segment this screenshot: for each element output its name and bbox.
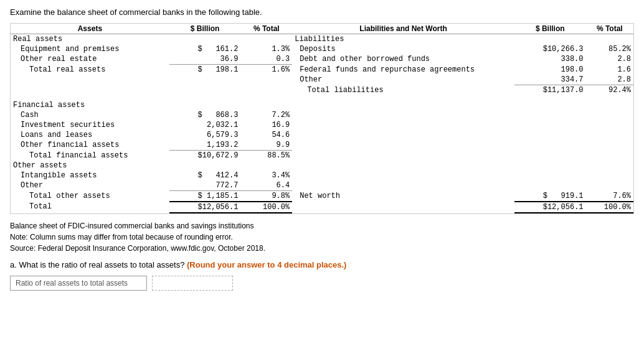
intangible-billion: $ 412.4 [169,171,241,180]
table-row: Equipment and premises $ 161.2 1.3% Depo… [11,44,633,54]
other-liab-label: Other [292,75,514,85]
total-real-assets-billion: $ 198.1 [169,65,241,75]
notes-section: Balance sheet of FDIC-insured commercial… [10,220,634,254]
equipment-total: 1.3% [240,44,292,54]
liabilities-label: Liabilities [292,34,514,45]
cash-billion: $ 868.3 [169,110,241,120]
ltotal-header: % Total [586,24,633,34]
equipment-billion: $ 161.2 [169,44,241,54]
total-other-assets-label: Total other assets [11,191,169,202]
table-row: Total liabilities $11,137.0 92.4% [11,85,633,96]
table-row: Loans and leases 6,579.3 54.6 [11,130,633,140]
federal-funds-total: 1.6 [586,65,633,75]
deposits-label: Deposits [292,44,514,54]
investment-total: 16.9 [240,120,292,130]
spacer [11,95,633,100]
balance-sheet-table: Assets $ Billion % Total Liabilities and… [10,23,634,214]
debt-billion: 338.0 [514,54,586,65]
total-label: Total [11,202,169,213]
cash-label: Cash [11,110,169,120]
loans-billion: 6,579.3 [169,130,241,140]
table-row: Other financial assets 1,193.2 9.9 [11,140,633,151]
total-fin-billion: $10,672.9 [169,151,241,161]
total-real-assets-label: Total real assets [11,65,169,75]
net-worth-label: Net worth [292,191,514,202]
intro-text: Examine the balance sheet of commercial … [10,7,634,17]
other-assets-other-total: 6.4 [240,180,292,191]
other-real-estate-label: Other real estate [11,54,169,65]
total-total: 100.0% [240,202,292,213]
other-assets-label: Other assets [11,161,169,171]
question-prefix: a. What is the ratio of real assets to t… [10,260,184,269]
lbillion-header: $ Billion [514,24,586,34]
table-row: Other 334.7 2.8 [11,75,633,85]
other-fin-billion: 1,193.2 [169,140,241,151]
billion-header: $ Billion [169,24,241,34]
intangible-total: 3.4% [240,171,292,180]
net-worth-total: 7.6% [586,191,633,202]
total-header: % Total [240,24,292,34]
financial-assets-header-row: Financial assets [11,100,633,110]
federal-funds-label: Federal funds and repurchase agreements [292,65,514,75]
total-liab-final-total: 100.0% [586,202,633,213]
answer-area: Ratio of real assets to total assets [10,276,634,291]
cash-total: 7.2% [240,110,292,120]
deposits-total: 85.2% [586,44,633,54]
other-real-estate-total: 0.3 [240,54,292,65]
other-fin-label: Other financial assets [11,140,169,151]
equipment-label: Equipment and premises [11,44,169,54]
intangible-label: Intangible assets [11,171,169,180]
table-row: Total financial assets $10,672.9 88.5% [11,151,633,161]
total-other-assets-billion: $ 1,185.1 [169,191,241,202]
total-real-assets-total: 1.6% [240,65,292,75]
other-liab-total: 2.8 [586,75,633,85]
loans-label: Loans and leases [11,130,169,140]
table-row: Investment securities 2,032.1 16.9 [11,120,633,130]
total-liab-label: Total liabilities [292,85,514,96]
note-3: Source: Federal Deposit Insurance Corpor… [10,243,634,254]
other-fin-total: 9.9 [240,140,292,151]
answer-input[interactable] [152,276,233,291]
deposits-billion: $10,266.3 [514,44,586,54]
question-highlighted: (Round your answer to 4 decimal places.) [187,260,346,269]
total-liab-billion: $11,137.0 [514,85,586,96]
debt-total: 2.8 [586,54,633,65]
loans-total: 54.6 [240,130,292,140]
question-section: a. What is the ratio of real assets to t… [10,260,634,269]
net-worth-billion: $ 919.1 [514,191,586,202]
total-fin-total: 88.5% [240,151,292,161]
investment-label: Investment securities [11,120,169,130]
other-assets-header-row: Other assets [11,161,633,171]
other-real-estate-billion: 36.9 [169,54,241,65]
other-assets-other-billion: 772.7 [169,180,241,191]
assets-header: Assets [11,24,169,34]
debt-label: Debt and other borrowed funds [292,54,514,65]
financial-assets-label: Financial assets [11,100,169,110]
table-row: Cash $ 868.3 7.2% [11,110,633,120]
note-1: Balance sheet of FDIC-insured commercial… [10,220,634,231]
total-billion: $12,056.1 [169,202,241,213]
total-liab-total: 92.4% [586,85,633,96]
table-row: Other real estate 36.9 0.3 Debt and othe… [11,54,633,65]
table-row: Other 772.7 6.4 [11,180,633,191]
table-row: Total other assets $ 1,185.1 9.8% Net wo… [11,191,633,202]
table-row: Intangible assets $ 412.4 3.4% [11,171,633,180]
grand-total-row: Total $12,056.1 100.0% $12,056.1 100.0% [11,202,633,213]
total-other-assets-total: 9.8% [240,191,292,202]
total-liab-final-billion: $12,056.1 [514,202,586,213]
other-liab-billion: 334.7 [514,75,586,85]
table-row: Total real assets $ 198.1 1.6% Federal f… [11,65,633,75]
liab-header: Liabilities and Net Worth [292,24,514,34]
real-assets-label: Real assets [11,34,169,45]
other-assets-other-label: Other [11,180,169,191]
note-2: Note: Column sums may differ from total … [10,231,634,243]
real-assets-header-row: Real assets Liabilities [11,34,633,45]
answer-label: Ratio of real assets to total assets [10,276,147,291]
total-fin-label: Total financial assets [11,151,169,161]
federal-funds-billion: 198.0 [514,65,586,75]
investment-billion: 2,032.1 [169,120,241,130]
